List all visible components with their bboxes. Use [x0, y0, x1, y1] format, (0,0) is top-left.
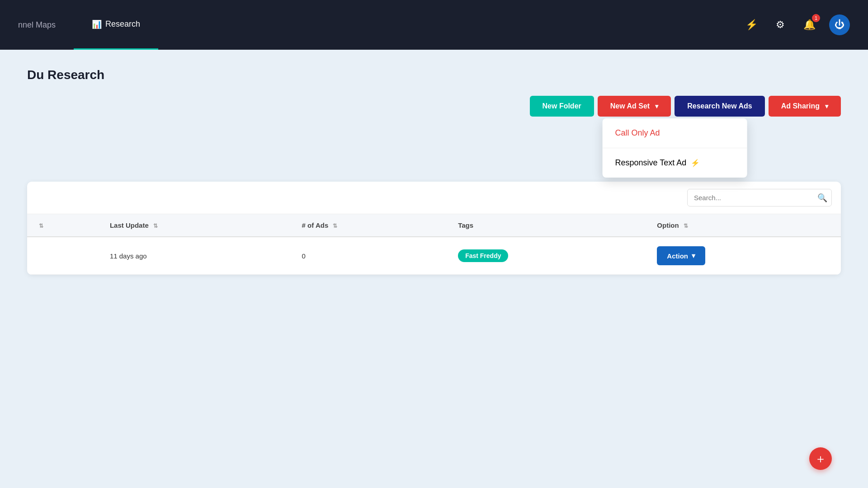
table-row: 11 days ago 0 Fast Freddy Action ▾: [27, 237, 841, 275]
navbar: nnel Maps 📊 Research ⚡ ⚙ 🔔 1 ⏻: [0, 0, 868, 50]
new-folder-button[interactable]: New Folder: [530, 96, 594, 117]
responsive-text-ad-label: Responsive Text Ad: [615, 158, 687, 168]
toolbar: New Folder New Ad Set Call Only Ad Respo…: [530, 96, 841, 117]
row-tags: Fast Freddy: [449, 237, 648, 275]
col-num-ads[interactable]: # of Ads ⇅: [293, 214, 449, 237]
page-title: Du Research: [27, 68, 104, 82]
col-tags: Tags: [449, 214, 648, 237]
row-num-ads: 0: [293, 237, 449, 275]
bolt-button[interactable]: ⚡: [742, 16, 760, 34]
navbar-icons: ⚡ ⚙ 🔔 1 ⏻: [742, 14, 850, 35]
col-sort[interactable]: ⇅: [27, 214, 101, 237]
fab-button[interactable]: ＋: [809, 447, 832, 470]
table-container: 🔍 ⇅ Last Update ⇅ # of Ads ⇅: [27, 182, 841, 275]
settings-button[interactable]: ⚙: [771, 16, 789, 34]
new-ad-set-dropdown: Call Only Ad Responsive Text Ad ⚡: [603, 118, 747, 178]
action-label: Action: [667, 252, 688, 260]
notification-count: 1: [812, 14, 820, 22]
ads-table: ⇅ Last Update ⇅ # of Ads ⇅ Tags Option: [27, 214, 841, 275]
research-icon: 📊: [92, 19, 102, 29]
bolt-icon: ⚡: [745, 19, 758, 31]
sidebar-item-funnel-maps[interactable]: nnel Maps: [0, 0, 74, 50]
call-only-ad-label: Call Only Ad: [615, 128, 660, 138]
ad-sharing-label: Ad Sharing: [781, 102, 820, 110]
fab-icon: ＋: [815, 451, 826, 467]
search-icon: 🔍: [817, 193, 827, 202]
call-only-ad-item[interactable]: Call Only Ad: [603, 118, 747, 148]
last-update-sort-icon: ⇅: [153, 223, 158, 229]
nav-left: nnel Maps 📊 Research: [0, 0, 158, 50]
toolbar-wrapper: New Folder New Ad Set Call Only Ad Respo…: [27, 96, 841, 127]
main-content: Du Research New Folder New Ad Set Call O…: [0, 50, 868, 293]
research-new-ads-button[interactable]: Research New Ads: [675, 96, 764, 117]
action-dropdown-icon: ▾: [692, 252, 695, 260]
funnel-maps-label: nnel Maps: [18, 20, 56, 30]
table-header-row: ⇅ Last Update ⇅ # of Ads ⇅ Tags Option: [27, 214, 841, 237]
responsive-text-ad-item[interactable]: Responsive Text Ad ⚡: [603, 148, 747, 178]
num-ads-sort-icon: ⇅: [333, 223, 337, 229]
gear-icon: ⚙: [776, 19, 785, 31]
sidebar-item-research[interactable]: 📊 Research: [74, 0, 158, 50]
row-last-update: 11 days ago: [101, 237, 293, 275]
action-button[interactable]: Action ▾: [657, 246, 705, 265]
search-button[interactable]: 🔍: [817, 193, 827, 203]
new-ad-set-button[interactable]: New Ad Set: [598, 96, 671, 117]
option-sort-icon: ⇅: [684, 223, 688, 229]
row-option: Action ▾: [648, 237, 841, 275]
page-header: Du Research: [27, 68, 841, 82]
bolt-icon-dropdown: ⚡: [691, 159, 700, 167]
tag-fast-freddy[interactable]: Fast Freddy: [458, 249, 508, 262]
col-last-update[interactable]: Last Update ⇅: [101, 214, 293, 237]
notifications-button[interactable]: 🔔 1: [800, 16, 818, 34]
table-search-row: 🔍: [27, 182, 841, 214]
power-button[interactable]: ⏻: [829, 14, 850, 35]
row-select: [27, 237, 101, 275]
research-label: Research: [105, 19, 140, 29]
research-new-ads-label: Research New Ads: [687, 102, 752, 110]
new-ad-set-label: New Ad Set: [610, 102, 650, 110]
new-folder-label: New Folder: [542, 102, 581, 110]
sort-icon: ⇅: [39, 223, 43, 229]
search-input[interactable]: [687, 189, 832, 206]
col-option[interactable]: Option ⇅: [648, 214, 841, 237]
ad-sharing-button[interactable]: Ad Sharing: [769, 96, 841, 117]
new-ad-set-wrapper: New Ad Set Call Only Ad Responsive Text …: [598, 96, 671, 117]
power-icon: ⏻: [835, 19, 844, 31]
search-wrap: 🔍: [687, 189, 832, 206]
